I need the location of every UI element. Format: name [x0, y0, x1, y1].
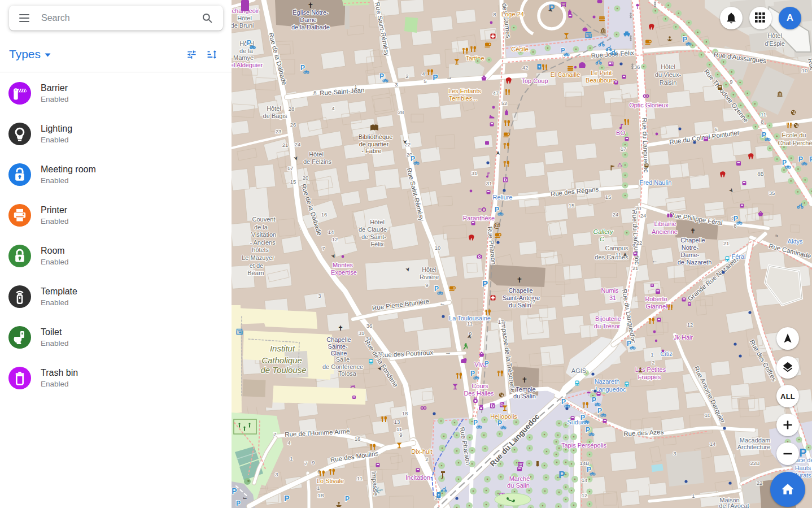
- svg-text:11: 11: [467, 320, 473, 327]
- svg-text:Jk Hair: Jk Hair: [674, 334, 693, 341]
- svg-text:Des Halles: Des Halles: [464, 390, 494, 397]
- svg-text:Notre-: Notre-: [682, 244, 699, 251]
- svg-text:de la: de la: [254, 224, 268, 231]
- svg-text:Raisin: Raisin: [660, 79, 677, 86]
- svg-text:Dame: Dame: [300, 16, 316, 23]
- svg-text:Montes: Montes: [333, 262, 353, 268]
- svg-text:14: 14: [582, 477, 588, 483]
- svg-text:36: 36: [366, 323, 373, 329]
- svg-text:P: P: [561, 47, 565, 54]
- svg-text:4: 4: [287, 440, 290, 446]
- svg-text:Hauts: Hauts: [795, 464, 811, 471]
- svg-text:2: 2: [652, 359, 654, 366]
- svg-text:Roberto: Roberto: [645, 296, 667, 302]
- svg-text:P: P: [810, 155, 812, 163]
- svg-text:♺: ♺: [617, 162, 622, 168]
- svg-text:Campus: Campus: [605, 245, 628, 251]
- svg-text:➤: ➤: [622, 253, 628, 257]
- svg-text:Reliure: Reliure: [493, 194, 513, 201]
- svg-text:[⇅]: [⇅]: [585, 33, 592, 38]
- svg-text:Église Notre-: Église Notre-: [293, 9, 329, 16]
- svg-text:El Canaille: El Canaille: [551, 71, 580, 78]
- svg-text:de Toulouse: de Toulouse: [260, 365, 306, 375]
- svg-text:15: 15: [569, 202, 575, 209]
- svg-text:31: 31: [486, 180, 492, 186]
- svg-text:28: 28: [289, 106, 295, 112]
- svg-text:✝: ✝: [308, 1, 314, 10]
- svg-text:Le Petit: Le Petit: [591, 70, 612, 76]
- svg-text:15: 15: [290, 179, 296, 185]
- svg-text:Béarn: Béarn: [247, 270, 264, 276]
- svg-text:35: 35: [769, 190, 775, 196]
- svg-text:Cours: Cours: [472, 383, 488, 389]
- svg-text:P: P: [300, 64, 305, 72]
- svg-text:Salle: Salle: [336, 356, 350, 363]
- svg-text:P: P: [782, 159, 787, 167]
- svg-text:Tartine: Tartine: [465, 55, 484, 62]
- svg-text:P: P: [561, 398, 566, 406]
- svg-text:➤: ➤: [466, 334, 473, 339]
- svg-text:1B: 1B: [317, 492, 324, 498]
- svg-text:Gallery: Gallery: [593, 228, 614, 235]
- svg-text:14: 14: [710, 441, 716, 447]
- svg-text:24: 24: [295, 141, 301, 147]
- svg-text:8: 8: [761, 119, 763, 125]
- svg-text:Heliopolis: Heliopolis: [490, 413, 517, 420]
- svg-text:Chat Perché: Chat Perché: [778, 140, 812, 146]
- svg-text:P: P: [627, 340, 631, 348]
- svg-text:Dame-: Dame-: [680, 251, 699, 258]
- svg-text:Suduca: Suduca: [567, 419, 588, 425]
- svg-text:4: 4: [422, 71, 425, 77]
- svg-text:P: P: [762, 131, 766, 139]
- svg-text:Bibliothèque: Bibliothèque: [359, 133, 393, 140]
- svg-text:Bijouterie: Bijouterie: [595, 315, 621, 322]
- svg-text:[⇅]: [⇅]: [236, 329, 243, 335]
- svg-text:P: P: [484, 360, 488, 367]
- svg-text:Marché: Marché: [509, 475, 530, 482]
- svg-text:P: P: [497, 419, 502, 427]
- svg-text:17: 17: [287, 165, 294, 171]
- svg-text:1: 1: [651, 351, 653, 358]
- svg-text:16: 16: [355, 436, 361, 442]
- svg-text:21: 21: [282, 142, 289, 148]
- svg-text:P: P: [473, 419, 478, 427]
- svg-text:Optic Glorieux: Optic Glorieux: [629, 102, 669, 108]
- svg-text:Cécile.: Cécile.: [511, 46, 530, 53]
- svg-text:7: 7: [322, 245, 325, 251]
- svg-text:hôtels: hôtels: [252, 246, 269, 253]
- svg-text:Paranthèse: Paranthèse: [463, 215, 495, 222]
- svg-text:Hôtel: Hôtel: [309, 151, 324, 158]
- svg-text:31: 31: [359, 330, 365, 336]
- svg-text:P: P: [495, 206, 499, 214]
- svg-text:- Languedoc: - Languedoc: [591, 386, 626, 393]
- svg-text:9: 9: [730, 79, 732, 85]
- svg-text:10: 10: [705, 412, 711, 418]
- svg-text:P: P: [482, 279, 488, 288]
- svg-text:de Bagis: de Bagis: [263, 112, 287, 119]
- svg-text:Temple: Temple: [516, 386, 535, 393]
- svg-text:1: 1: [290, 455, 293, 462]
- svg-text:2: 2: [405, 73, 408, 79]
- svg-text:Hôtel: Hôtel: [422, 266, 436, 273]
- svg-text:9: 9: [312, 459, 315, 466]
- svg-text:P: P: [587, 466, 591, 474]
- svg-text:AGIS: AGIS: [571, 367, 586, 374]
- svg-text:P: P: [592, 396, 596, 404]
- svg-text:6: 6: [313, 89, 316, 95]
- svg-text:Tapis Persépolis: Tapis Persépolis: [561, 442, 607, 449]
- svg-text:5: 5: [424, 78, 426, 84]
- svg-text:✝: ✝: [338, 324, 343, 332]
- svg-text:12: 12: [332, 236, 338, 242]
- svg-text:8B: 8B: [757, 171, 764, 177]
- svg-text:d'Espie: d'Espie: [765, 40, 785, 47]
- svg-text:P: P: [586, 426, 590, 434]
- svg-text:✝: ✝: [522, 376, 528, 384]
- svg-text:24: 24: [613, 211, 619, 218]
- svg-text:Hôtel: Hôtel: [661, 63, 675, 70]
- svg-text:3: 3: [395, 81, 398, 88]
- svg-text:Les Enfants: Les Enfants: [448, 88, 482, 94]
- svg-text:13: 13: [394, 419, 400, 425]
- svg-text:12: 12: [582, 492, 588, 498]
- svg-text:BO: BO: [616, 129, 625, 136]
- svg-text:et de: et de: [250, 262, 263, 269]
